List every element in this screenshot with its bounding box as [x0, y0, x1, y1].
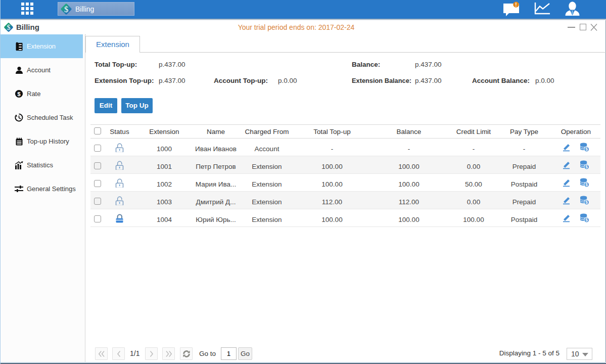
svg-text:$: $	[585, 200, 588, 205]
svg-text:$: $	[585, 217, 588, 222]
svg-text:$: $	[585, 164, 588, 169]
svg-text:!: !	[515, 2, 517, 8]
svg-text:$: $	[585, 147, 588, 152]
svg-text:$: $	[17, 91, 21, 97]
svg-text:$: $	[585, 182, 588, 187]
svg-text:$: $	[64, 5, 68, 14]
